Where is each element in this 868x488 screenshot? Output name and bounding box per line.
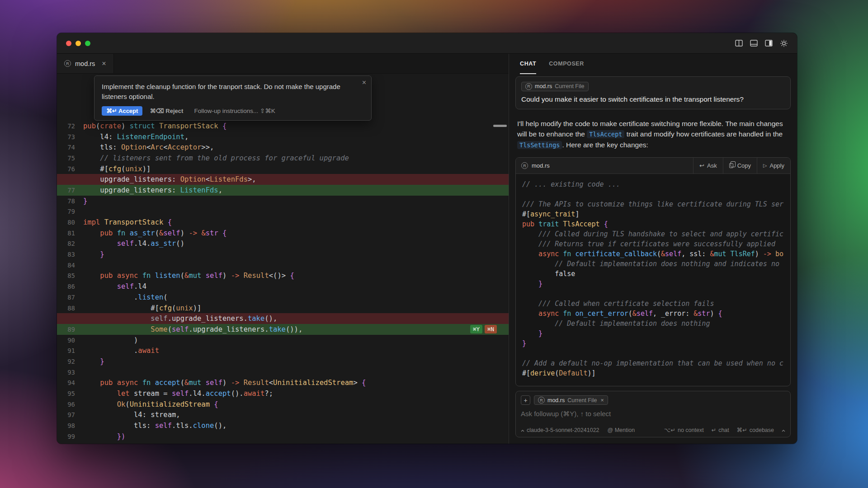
code-line: 91 .await [57,345,509,356]
code-line: 76 #[cfg(unix)] [57,164,509,174]
rust-file-icon [64,60,71,67]
shortcut-hint-no-context: ⌥↵no context [664,427,704,433]
chip-filename: mod.rs [535,83,552,89]
tab-mod-rs[interactable]: mod.rs × [57,54,114,73]
chat-panel-header: CHAT COMPOSER [509,54,797,74]
line-number: 93 [57,369,83,376]
code-line: } [522,338,784,348]
scrollbar-thumb[interactable] [493,125,507,127]
code-line: 79 [57,206,509,217]
code-line: // Add a default no-op implementation th… [522,358,784,368]
code-line: 83 } [57,249,509,260]
toggle-bottom-panel-icon[interactable] [750,40,758,47]
assistant-response-text: I'll help modify the code to make certif… [517,118,789,150]
tab-label: mod.rs [75,60,95,67]
shortcut-hint-codebase: ⌘↵codebase [737,427,774,433]
code-line: } [522,328,784,338]
line-number: 73 [57,133,83,141]
code-line: 84 [57,260,509,271]
titlebar [57,33,797,54]
line-number: 98 [57,422,83,429]
code-line: 85 pub async fn listen(&mut self) -> Res… [57,271,509,282]
tab-chat[interactable]: CHAT [520,54,536,74]
rust-file-icon [525,83,532,90]
code-line: 81 pub fn as_str(&self) -> &str { [57,228,509,239]
code-line: self.upgrade_listeners.take(), [57,313,509,324]
code-line: upgrade_listeners: Option<ListenFds>, [57,174,509,185]
settings-gear-icon[interactable] [780,39,788,47]
minimize-window-button[interactable] [75,41,81,46]
code-block-header: mod.rs AskCopyApply [516,158,790,174]
chip-current-file-label: Current File [555,83,584,89]
maximize-window-button[interactable] [85,41,90,46]
code-line: 97 l4: stream, [57,410,509,421]
line-number: 100 [57,443,83,444]
chip-current-file-label: Current File [567,397,597,404]
code-line: 98 tls: self.tls.clone(), [57,420,509,431]
line-number: 92 [57,358,83,365]
diff-reject-badge[interactable]: ⌘N [485,325,497,333]
editor-pane: mod.rs × Implement the cleanup function … [57,54,509,444]
chip-close-icon[interactable]: × [601,397,604,404]
toggle-right-sidebar-icon[interactable] [765,40,773,47]
code-line: false [522,269,784,279]
accept-button[interactable]: ⌘↵ Accept [102,106,142,116]
context-chip[interactable]: mod.rs Current File [521,82,589,91]
reject-button[interactable]: ⌘⌫ Reject [150,108,183,114]
code-line: 93 [57,367,509,378]
add-context-button[interactable]: + [521,395,530,405]
code-line: 82 self.l4.as_str() [57,239,509,249]
inline-code-reference[interactable]: TlsAccept [587,130,624,138]
close-window-button[interactable] [66,41,71,46]
followup-instructions-field[interactable]: Follow-up instructions... ⇧⌘K [194,107,275,114]
copy-button[interactable]: Copy [723,158,757,174]
tab-composer[interactable]: COMPOSER [549,54,584,74]
code-line: async fn certificate_callback(&self, ssl… [522,249,784,259]
user-message-text: Could you make it easier to switch certi… [521,95,785,103]
line-number: 81 [57,230,83,237]
response-text-segment: . Here are the key changes: [562,141,648,149]
toggle-left-sidebar-icon[interactable] [735,40,743,47]
line-number: 79 [57,208,83,215]
line-number: 91 [57,347,83,354]
line-number: 76 [57,165,83,173]
chat-code-block: mod.rs AskCopyApply // ... existing code… [515,157,791,386]
code-line: 90 ) [57,335,509,346]
model-selector[interactable]: claude-3-5-sonnet-20241022 [521,427,599,433]
editor-tabbar: mod.rs × [57,54,509,74]
code-line: 75 // listeners sent from the old proces… [57,153,509,164]
chevron-up-icon[interactable] [782,427,785,433]
chat-input-field[interactable]: Ask followup (⌘Y), ↑ to select [521,410,785,418]
line-number: 94 [57,379,83,386]
app-window: mod.rs × Implement the cleanup function … [57,33,797,444]
ask-button[interactable]: Ask [693,158,723,174]
tab-close-icon[interactable]: × [102,60,106,68]
code-line: pub trait TlsAccept { [522,219,784,229]
chip-filename: mod.rs [547,397,565,404]
code-line: #[derive(Default)] [522,368,784,378]
code-line: /// Called when certificate selection fa… [522,299,784,309]
prompt-close-icon[interactable]: × [362,79,366,86]
apply-button[interactable]: Apply [757,158,790,174]
code-editor[interactable]: 72pub(crate) struct TransportStack {73 l… [57,74,509,444]
inline-edit-prompt: Implement the cleanup function for the t… [94,75,372,121]
line-number: 83 [57,251,83,258]
line-number: 87 [57,294,83,301]
line-number: 97 [57,411,83,418]
line-number: 96 [57,401,83,408]
code-line: 100 } [57,442,509,444]
code-line: async fn on_cert_error(&self, _error: &s… [522,309,784,319]
inline-code-reference[interactable]: TlsSettings [517,141,562,149]
code-line: 94 pub async fn accept(&mut self) -> Res… [57,378,509,389]
chat-input-card: + mod.rs Current File × Ask followup (⌘Y… [515,391,791,437]
context-chip[interactable]: mod.rs Current File × [534,395,608,405]
mention-button[interactable]: @ Mention [608,427,635,433]
code-line: } [522,279,784,289]
prompt-text: Implement the cleanup function for the t… [102,82,364,102]
diff-accept-badge[interactable]: ⌘Y [470,325,482,333]
line-number: 85 [57,272,83,279]
code-line: // Default implementation does nothing [522,319,784,328]
code-line: 73 l4: ListenerEndpoint, [57,131,509,142]
code-block-filename: mod.rs [532,162,550,169]
line-number: 77 [57,187,83,194]
